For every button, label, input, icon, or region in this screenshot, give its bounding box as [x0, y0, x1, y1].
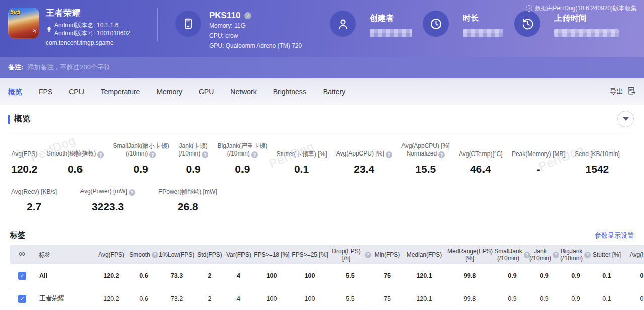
- device-meta: PKS110 i Memory: 11G CPU: crow GPU: Qual…: [209, 11, 302, 51]
- cell: 4: [225, 295, 253, 302]
- tab-item-0[interactable]: 概览: [8, 87, 22, 97]
- export-label: 导出: [610, 87, 623, 96]
- column-header-stutter-%: Stutter [%]: [592, 251, 622, 258]
- metric-value: 0.6: [47, 163, 104, 176]
- metric-smooth: Smooth(稳帧指数)?0.6: [47, 150, 104, 176]
- cell: 99.8: [445, 295, 495, 302]
- device-info-icon[interactable]: i: [244, 12, 251, 19]
- cell: 73.2: [158, 295, 195, 302]
- metric-value: 3223.3: [80, 200, 135, 213]
- table-row-item-1: ✓王者荣耀120.20.673.2241001005.575120.199.80…: [10, 287, 644, 310]
- tab-gpu[interactable]: GPU: [199, 87, 214, 97]
- row-checkbox[interactable]: ✓: [18, 272, 26, 280]
- metric-avg-power-mw: Avg(Power) [mW]?3223.3: [80, 188, 135, 213]
- upload-time-meta: 上传时间: [554, 11, 619, 37]
- cell: 0: [622, 272, 644, 279]
- game-meta: 王者荣耀: [46, 8, 130, 47]
- column-header-medrange-fps-%: MedRange(FPS)[%]: [445, 248, 495, 262]
- help-icon[interactable]: ?: [129, 189, 135, 196]
- help-icon[interactable]: ?: [584, 252, 591, 258]
- metric-label: Avg(AppCPU) [%] Normalized?: [401, 142, 450, 158]
- overview-panel: PerfDog PerfDog PerfDog 概览 Avg(FPS)120.2…: [0, 105, 644, 310]
- help-icon[interactable]: ?: [386, 151, 392, 158]
- help-icon[interactable]: ?: [202, 151, 208, 158]
- cell: 100: [253, 295, 291, 302]
- cell: 0.9: [529, 295, 559, 302]
- game-info-block: 5v5 ✕ 王者荣耀: [8, 8, 130, 47]
- cell: 75: [371, 272, 404, 279]
- table-header-row: 标签Avg(FPS)Smooth?1%Low(FPS)Std(FPS)Var(F…: [10, 245, 644, 264]
- export-button[interactable]: 导出: [610, 86, 636, 97]
- help-icon[interactable]: ?: [553, 252, 559, 258]
- help-icon[interactable]: ?: [97, 151, 104, 158]
- metric-value: 1542: [575, 163, 620, 176]
- cell: 99.8: [445, 272, 495, 279]
- column-header-avg-fps: Avg(FPS): [93, 251, 129, 258]
- cell: 5.5: [329, 295, 371, 302]
- info-icon: i: [526, 5, 532, 12]
- phone-icon: [175, 11, 201, 37]
- device-cpu: CPU: crow: [209, 31, 302, 41]
- metric-jank-10min: Jank(卡顿) (/10min)?0.9: [178, 142, 208, 176]
- metric-label: Peak(Memory) [MB]: [512, 150, 566, 158]
- metric-label: Avg(FPS): [11, 150, 38, 158]
- tab-battery[interactable]: Battery: [323, 87, 345, 97]
- table-row-all: ✓All120.20.673.3241001005.575120.199.80.…: [10, 264, 644, 287]
- creator-value-blurred: [370, 29, 412, 37]
- tab-cpu[interactable]: CPU: [69, 87, 84, 97]
- metric-avg-recv-kb-s: Avg(Recv) [KB/s]2.7: [11, 188, 57, 213]
- help-icon[interactable]: ?: [152, 252, 158, 258]
- column-header-bigjank-10min: BigJank (/10min)?: [559, 248, 592, 262]
- cell: 0.9: [529, 272, 559, 279]
- tab-brightness[interactable]: Brightness: [273, 87, 306, 97]
- cell: 120.2: [93, 295, 129, 302]
- cell: 2: [195, 295, 225, 302]
- metric-avg-appcpu-%: Avg(AppCPU) [%]?23.4: [336, 150, 392, 176]
- remark-label: 备注:: [8, 63, 23, 72]
- help-icon[interactable]: ?: [365, 252, 371, 258]
- column-header-fps-25-%: FPS>=25 [%]: [291, 251, 329, 258]
- row-name-cell: ✓王者荣耀: [10, 294, 93, 303]
- android-version-lines: Android版本名: 10.1.1.6 Android版本号: 1001010…: [54, 21, 130, 37]
- cell: 100: [291, 295, 329, 302]
- history-clock-icon: [514, 11, 540, 37]
- game-icon-star: ✕: [31, 27, 37, 35]
- overview-section-title: 概览: [8, 114, 30, 124]
- help-icon[interactable]: ?: [251, 151, 258, 158]
- tab-memory[interactable]: Memory: [156, 87, 182, 97]
- param-display-settings-link[interactable]: 参数显示设置: [595, 231, 634, 240]
- metric-value: 46.4: [459, 163, 503, 176]
- column-header-std-fps: Std(FPS): [195, 251, 225, 258]
- upload-time-block: 上传时间: [514, 11, 619, 37]
- labels-table: 标签Avg(FPS)Smooth?1%Low(FPS)Std(FPS)Var(F…: [10, 245, 644, 310]
- row-checkbox[interactable]: ✓: [18, 295, 26, 303]
- metric-label: Send [KB/10min]: [575, 150, 620, 158]
- remark-input[interactable]: 备注: 添加备注，不超过200个字符: [0, 57, 644, 78]
- labels-section-head: 标签 参数显示设置: [10, 230, 634, 240]
- collapse-overview-button[interactable]: [617, 111, 634, 127]
- duration-label: 时长: [463, 13, 503, 23]
- metric-avg-ctemp-c: Avg(CTemp)[°C]46.4: [459, 150, 503, 176]
- tab-list: 概览FPSCPUTemperatureMemoryGPUNetworkBrigh…: [8, 87, 345, 97]
- metric-tabbar: 概览FPSCPUTemperatureMemoryGPUNetworkBrigh…: [0, 78, 644, 105]
- metric-label: SmallJank(微小卡顿) (/10min)?: [113, 142, 169, 158]
- help-icon[interactable]: ?: [149, 151, 156, 158]
- metric-value: 0.1: [276, 163, 327, 176]
- column-header-avg-inter: Avg(Inter: [622, 251, 644, 258]
- cell: 0.9: [495, 272, 529, 279]
- tab-network[interactable]: Network: [230, 87, 256, 97]
- creator-label: 创建者: [370, 13, 412, 23]
- duration-block: 时长: [423, 11, 503, 37]
- tab-temperature[interactable]: Temperature: [101, 87, 140, 97]
- device-name: PKS110: [209, 11, 240, 21]
- help-icon[interactable]: ?: [438, 151, 445, 158]
- android-version-name: Android版本名: 10.1.1.6: [54, 21, 130, 29]
- eye-icon[interactable]: [18, 250, 26, 259]
- device-gpu: GPU: Qualcomm Adreno (TM) 720: [209, 41, 302, 51]
- tab-fps[interactable]: FPS: [39, 87, 52, 97]
- package-name: com.tencent.tmgp.sgame: [46, 39, 130, 47]
- android-version-block: Android版本名: 10.1.1.6 Android版本号: 1001010…: [46, 21, 130, 37]
- column-header-drop-fps-h: Drop(FPS) [/h]?: [329, 248, 371, 262]
- cell: 2: [195, 272, 225, 279]
- upload-time-label: 上传时间: [554, 13, 619, 23]
